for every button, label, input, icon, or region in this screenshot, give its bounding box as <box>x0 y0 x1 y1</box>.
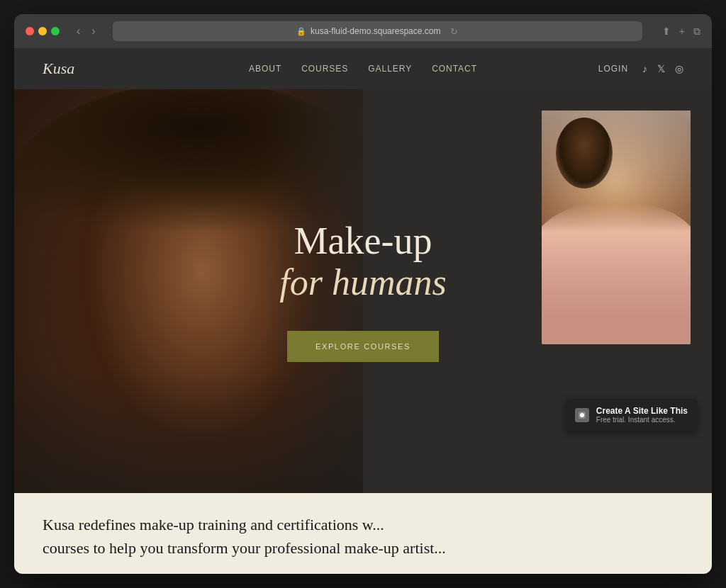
side-photo <box>542 111 691 344</box>
squarespace-badge[interactable]: Create A Site Like This Free trial. Inst… <box>565 399 698 431</box>
hero-section: Make-up for humans EXPLORE COURSES <box>14 89 712 493</box>
nav-gallery[interactable]: GALLERY <box>368 64 412 74</box>
site-logo[interactable]: Kusa <box>43 60 249 78</box>
share-icon[interactable]: ⬆ <box>662 26 671 38</box>
browser-actions: ⬆ + ⧉ <box>662 26 700 38</box>
bottom-text: Kusa redefines make-up training and cert… <box>43 513 683 560</box>
badge-title: Create A Site Like This <box>596 406 688 416</box>
new-tab-icon[interactable]: + <box>679 26 685 38</box>
hero-title-italic: for humans <box>279 262 446 303</box>
login-button[interactable]: LOGIN <box>598 64 628 74</box>
browser-chrome: ‹ › 🔒 kusa-fluid-demo.squarespace.com ↻ … <box>14 14 712 48</box>
nav-about[interactable]: ABOUT <box>249 64 281 74</box>
instagram-icon[interactable]: ◎ <box>675 63 683 74</box>
website-content: Kusa ABOUT COURSES GALLERY CONTACT LOGIN… <box>14 48 712 574</box>
badge-text: Create A Site Like This Free trial. Inst… <box>596 406 688 424</box>
bottom-text-content: Kusa redefines make-up training and cert… <box>43 516 384 533</box>
squarespace-logo-icon <box>575 408 589 422</box>
nav-right: LOGIN ♪ 𝕏 ◎ <box>477 63 683 74</box>
browser-navigation: ‹ › <box>74 23 99 39</box>
bottom-text-line2: courses to help you transform your profe… <box>43 539 446 557</box>
back-button[interactable]: ‹ <box>74 23 83 39</box>
nav-links: ABOUT COURSES GALLERY CONTACT <box>249 64 477 74</box>
side-photo-jacket <box>542 204 691 344</box>
tabs-icon[interactable]: ⧉ <box>693 26 700 38</box>
minimize-button[interactable] <box>38 27 47 35</box>
address-bar[interactable]: 🔒 kusa-fluid-demo.squarespace.com ↻ <box>113 21 642 41</box>
site-navigation: Kusa ABOUT COURSES GALLERY CONTACT LOGIN… <box>14 48 712 89</box>
reload-icon: ↻ <box>450 26 458 37</box>
nav-courses[interactable]: COURSES <box>301 64 348 74</box>
hero-title-main: Make-up <box>294 220 432 262</box>
forward-button[interactable]: › <box>89 23 98 39</box>
traffic-lights <box>26 27 60 35</box>
twitter-icon[interactable]: 𝕏 <box>657 63 665 74</box>
tiktok-icon[interactable]: ♪ <box>642 63 647 74</box>
ssl-lock-icon: 🔒 <box>296 27 306 36</box>
social-icons: ♪ 𝕏 ◎ <box>642 63 683 74</box>
badge-subtitle: Free trial. Instant access. <box>596 416 688 424</box>
explore-courses-button[interactable]: EXPLORE COURSES <box>287 331 439 362</box>
svg-point-1 <box>580 413 584 417</box>
nav-contact[interactable]: CONTACT <box>432 64 477 74</box>
bottom-section: Kusa redefines make-up training and cert… <box>14 493 712 574</box>
url-text: kusa-fluid-demo.squarespace.com <box>311 26 440 36</box>
close-button[interactable] <box>26 27 34 35</box>
browser-window: ‹ › 🔒 kusa-fluid-demo.squarespace.com ↻ … <box>14 14 712 574</box>
hero-content: Make-up for humans EXPLORE COURSES <box>257 89 469 493</box>
maximize-button[interactable] <box>51 27 60 35</box>
